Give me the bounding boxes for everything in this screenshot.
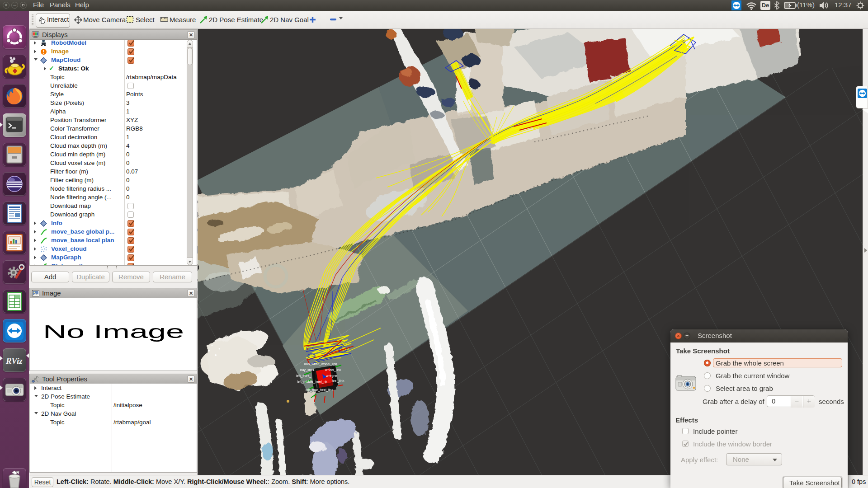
svg-text:bay_link1: bay_link1: [300, 368, 315, 372]
svg-text:wheel_link: wheel_link: [325, 368, 341, 372]
svg-text:wrfrgne: wrfrgne: [326, 374, 337, 378]
svg-text:left_middle_heel_nk: left_middle_heel_nk: [297, 380, 327, 384]
svg-text:RViz: RViz: [5, 356, 23, 366]
svg-text:kan_witbit_wheal_link: kan_witbit_wheal_link: [304, 362, 337, 366]
svg-text:left_rear_heel_link: left_rear_heel_link: [306, 388, 334, 392]
svg-text:left_front_: left_front_: [296, 374, 311, 378]
svg-text:feel_link: feel_link: [332, 379, 344, 383]
